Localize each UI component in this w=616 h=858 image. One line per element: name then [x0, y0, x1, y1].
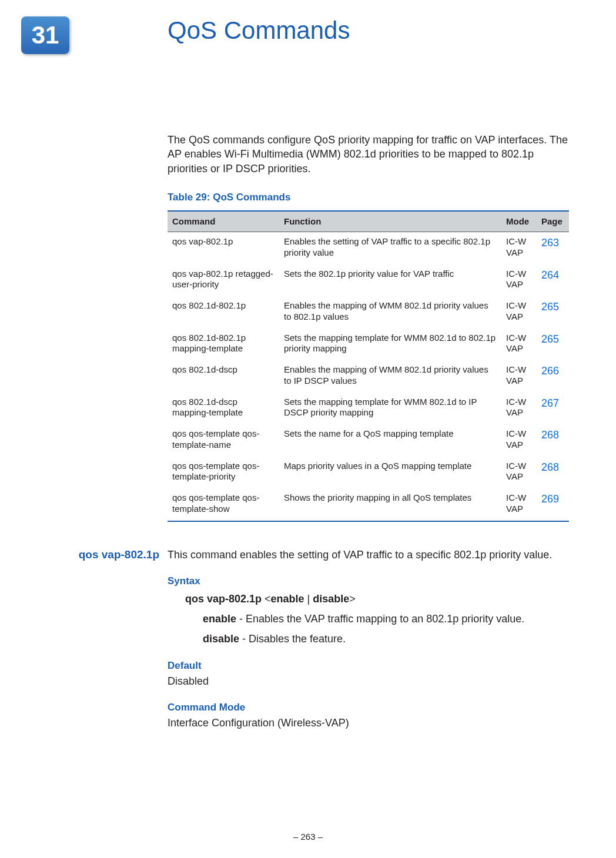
command-description: This command enables the setting of VAP …	[168, 548, 569, 562]
th-command: Command	[168, 211, 279, 232]
cell-func: Shows the priority mapping in all QoS te…	[279, 488, 501, 521]
cell-page-link[interactable]: 264	[537, 264, 569, 297]
cell-cmd: qos vap-802.1p retagged-user-priority	[168, 264, 279, 297]
chapter-title: QoS Commands	[168, 16, 569, 45]
default-value: Disabled	[168, 674, 569, 688]
cell-cmd: qos 802.1d-dscp	[168, 360, 279, 393]
table-row: qos qos-template qos-template-name Sets …	[168, 424, 569, 457]
chapter-badge: 31	[21, 16, 69, 54]
cell-mode: IC-W VAP	[501, 424, 537, 457]
cell-func: Maps priority values in a QoS mapping te…	[279, 457, 501, 489]
syntax-cmd: qos vap-802.1p	[185, 593, 262, 605]
cell-mode: IC-W VAP	[501, 393, 537, 425]
cell-func: Enables the mapping of WMM 802.1d priori…	[279, 360, 501, 393]
param-disable: disable - Disables the feature.	[203, 632, 569, 646]
table-row: qos qos-template qos-template-show Shows…	[168, 488, 569, 521]
param-name: disable	[203, 633, 239, 645]
cell-cmd: qos qos-template qos-template-name	[168, 424, 279, 457]
table-row: qos 802.1d-dscp Enables the mapping of W…	[168, 360, 569, 393]
syntax-gt: >	[349, 593, 356, 605]
page-footer: – 263 –	[0, 832, 616, 842]
cell-mode: IC-W VAP	[501, 264, 537, 297]
cell-page-link[interactable]: 268	[537, 424, 569, 457]
syntax-opt2: disable	[313, 593, 349, 605]
param-name: enable	[203, 613, 236, 625]
syntax-heading: Syntax	[168, 575, 569, 588]
cell-mode: IC-W VAP	[501, 457, 537, 489]
cell-func: Sets the mapping template for WMM 802.1d…	[279, 393, 501, 425]
intro-paragraph: The QoS commands configure QoS priority …	[168, 133, 569, 176]
cell-cmd: qos vap-802.1p	[168, 232, 279, 264]
syntax-lt: <	[262, 593, 271, 605]
command-mode-value: Interface Configuration (Wireless-VAP)	[168, 716, 569, 730]
cell-page-link[interactable]: 269	[537, 488, 569, 521]
cell-page-link[interactable]: 266	[537, 360, 569, 393]
cell-page-link[interactable]: 267	[537, 393, 569, 425]
cell-cmd: qos 802.1d-802.1p mapping-template	[168, 329, 279, 361]
cell-mode: IC-W VAP	[501, 296, 537, 329]
chapter-number: 31	[32, 21, 59, 49]
syntax-opt1: enable	[271, 593, 304, 605]
syntax-line: qos vap-802.1p <enable | disable>	[185, 592, 569, 606]
cell-func: Enables the setting of VAP traffic to a …	[279, 232, 501, 264]
cell-mode: IC-W VAP	[501, 329, 537, 361]
th-page: Page	[537, 211, 569, 232]
command-section-heading: qos vap-802.1p	[35, 548, 168, 730]
cell-cmd: qos 802.1d-802.1p	[168, 296, 279, 329]
syntax-sep: |	[304, 593, 313, 605]
table-row: qos qos-template qos-template-priority M…	[168, 457, 569, 489]
table-row: qos 802.1d-dscp mapping-template Sets th…	[168, 393, 569, 425]
cell-func: Sets the mapping template for WMM 802.1d…	[279, 329, 501, 361]
cell-page-link[interactable]: 265	[537, 329, 569, 361]
cell-page-link[interactable]: 265	[537, 296, 569, 329]
table-title: Table 29: QoS Commands	[168, 191, 569, 205]
cell-page-link[interactable]: 268	[537, 457, 569, 489]
qos-commands-table: Command Function Mode Page qos vap-802.1…	[168, 210, 569, 522]
table-row: qos 802.1d-802.1p mapping-template Sets …	[168, 329, 569, 361]
cell-func: Sets the name for a QoS mapping template	[279, 424, 501, 457]
cell-mode: IC-W VAP	[501, 488, 537, 521]
param-enable: enable - Enables the VAP traffic mapping…	[203, 612, 569, 626]
th-mode: Mode	[501, 211, 537, 232]
cell-cmd: qos qos-template qos-template-show	[168, 488, 279, 521]
default-heading: Default	[168, 659, 569, 673]
cell-mode: IC-W VAP	[501, 232, 537, 264]
cell-cmd: qos 802.1d-dscp mapping-template	[168, 393, 279, 425]
param-desc: - Disables the feature.	[239, 633, 346, 645]
table-row: qos vap-802.1p Enables the setting of VA…	[168, 232, 569, 264]
cell-func: Enables the mapping of WMM 802.1d priori…	[279, 296, 501, 329]
table-row: qos 802.1d-802.1p Enables the mapping of…	[168, 296, 569, 329]
cell-page-link[interactable]: 263	[537, 232, 569, 264]
cell-func: Sets the 802.1p priority value for VAP t…	[279, 264, 501, 297]
table-header-row: Command Function Mode Page	[168, 211, 569, 232]
cell-cmd: qos qos-template qos-template-priority	[168, 457, 279, 489]
table-row: qos vap-802.1p retagged-user-priority Se…	[168, 264, 569, 297]
th-function: Function	[279, 211, 501, 232]
cell-mode: IC-W VAP	[501, 360, 537, 393]
param-desc: - Enables the VAP traffic mapping to an …	[236, 613, 524, 625]
command-mode-heading: Command Mode	[168, 701, 569, 715]
